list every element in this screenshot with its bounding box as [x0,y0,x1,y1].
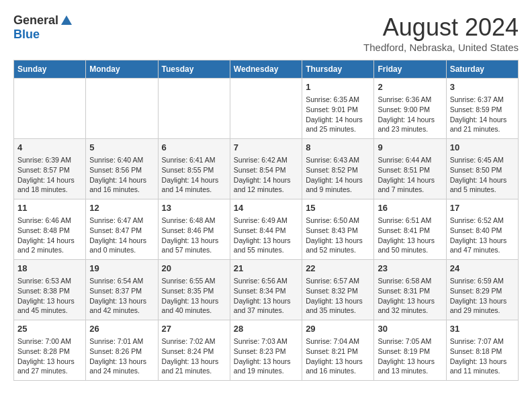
sunrise-text: Sunrise: 6:41 AM [162,156,216,164]
sunset-text: Sunset: 8:34 PM [234,287,286,295]
day-number: 21 [234,263,298,275]
calendar-cell: 2Sunrise: 6:36 AMSunset: 9:00 PMDaylight… [374,79,446,139]
calendar-table: SundayMondayTuesdayWednesdayThursdayFrid… [13,60,519,381]
logo: General Blue [13,13,73,42]
sunset-text: Sunset: 8:32 PM [306,287,358,295]
day-number: 7 [234,142,298,154]
sunset-text: Sunset: 8:38 PM [17,287,70,295]
calendar-cell: 13Sunrise: 6:48 AMSunset: 8:46 PMDayligh… [158,199,230,260]
page-header: General Blue August 2024 Thedford, Nebra… [13,13,519,53]
daylight-text: Daylight: 13 hours and 29 minutes. [450,297,507,315]
daylight-text: Daylight: 14 hours and 7 minutes. [378,176,435,194]
daylight-text: Daylight: 13 hours and 13 minutes. [378,357,435,375]
sunrise-text: Sunrise: 6:43 AM [306,156,359,164]
calendar-cell: 19Sunrise: 6:54 AMSunset: 8:37 PMDayligh… [86,260,158,320]
svg-marker-0 [61,15,72,25]
day-number: 12 [89,202,154,214]
daylight-text: Daylight: 13 hours and 11 minutes. [450,357,507,375]
daylight-text: Daylight: 13 hours and 19 minutes. [234,357,291,375]
calendar-cell: 1Sunrise: 6:35 AMSunset: 9:01 PMDaylight… [302,79,374,139]
sunset-text: Sunset: 8:44 PM [234,226,286,234]
daylight-text: Daylight: 13 hours and 24 minutes. [89,357,146,375]
calendar-cell: 22Sunrise: 6:57 AMSunset: 8:32 PMDayligh… [302,260,374,320]
daylight-text: Daylight: 14 hours and 25 minutes. [306,116,363,134]
daylight-text: Daylight: 13 hours and 47 minutes. [450,236,507,255]
sunset-text: Sunset: 8:54 PM [234,166,286,174]
sunset-text: Sunset: 8:52 PM [306,166,358,174]
day-number: 16 [378,202,442,214]
sunrise-text: Sunrise: 6:49 AM [234,216,287,224]
sunrise-text: Sunrise: 6:46 AM [17,216,71,224]
sunrise-text: Sunrise: 6:54 AM [89,277,143,285]
day-number: 13 [162,202,226,214]
calendar-cell: 4Sunrise: 6:39 AMSunset: 8:57 PMDaylight… [14,139,86,199]
calendar-week-row-5: 25Sunrise: 7:00 AMSunset: 8:28 PMDayligh… [14,320,519,381]
daylight-text: Daylight: 14 hours and 5 minutes. [450,176,507,194]
calendar-week-row-1: 1Sunrise: 6:35 AMSunset: 9:01 PMDaylight… [14,79,519,139]
column-header-monday: Monday [86,60,158,79]
sunrise-text: Sunrise: 6:52 AM [450,216,504,224]
calendar-cell: 30Sunrise: 7:05 AMSunset: 8:19 PMDayligh… [374,320,446,381]
sunset-text: Sunset: 8:31 PM [378,287,430,295]
daylight-text: Daylight: 13 hours and 21 minutes. [162,357,219,375]
sunrise-text: Sunrise: 7:07 AM [450,337,504,345]
sunrise-text: Sunrise: 6:58 AM [378,277,431,285]
sunrise-text: Sunrise: 6:51 AM [378,216,431,224]
daylight-text: Daylight: 13 hours and 52 minutes. [306,236,363,255]
calendar-header-row: SundayMondayTuesdayWednesdayThursdayFrid… [14,60,519,79]
day-number: 10 [450,142,515,154]
sunrise-text: Sunrise: 6:47 AM [89,216,143,224]
day-number: 26 [89,323,154,335]
sunrise-text: Sunrise: 7:03 AM [234,337,287,345]
sunset-text: Sunset: 8:40 PM [450,226,502,234]
calendar-cell: 24Sunrise: 6:59 AMSunset: 8:29 PMDayligh… [446,260,518,320]
day-number: 25 [17,323,82,335]
day-number: 1 [306,81,370,93]
logo-blue-text: Blue [13,28,40,42]
calendar-cell: 25Sunrise: 7:00 AMSunset: 8:28 PMDayligh… [14,320,86,381]
daylight-text: Daylight: 14 hours and 0 minutes. [89,236,146,255]
calendar-cell: 16Sunrise: 6:51 AMSunset: 8:41 PMDayligh… [374,199,446,260]
day-number: 24 [450,263,515,275]
sunset-text: Sunset: 8:46 PM [162,226,214,234]
calendar-cell [14,79,86,139]
day-number: 2 [378,81,442,93]
sunset-text: Sunset: 8:51 PM [378,166,430,174]
calendar-cell: 3Sunrise: 6:37 AMSunset: 8:59 PMDaylight… [446,79,518,139]
sunrise-text: Sunrise: 7:04 AM [306,337,359,345]
daylight-text: Daylight: 13 hours and 27 minutes. [17,357,75,375]
daylight-text: Daylight: 13 hours and 42 minutes. [89,297,146,315]
sunrise-text: Sunrise: 6:39 AM [17,156,71,164]
sunrise-text: Sunrise: 6:57 AM [306,277,359,285]
calendar-cell: 12Sunrise: 6:47 AMSunset: 8:47 PMDayligh… [86,199,158,260]
calendar-cell: 27Sunrise: 7:02 AMSunset: 8:24 PMDayligh… [158,320,230,381]
day-number: 8 [306,142,370,154]
calendar-cell: 14Sunrise: 6:49 AMSunset: 8:44 PMDayligh… [230,199,302,260]
sunset-text: Sunset: 8:59 PM [450,105,502,113]
calendar-cell: 18Sunrise: 6:53 AMSunset: 8:38 PMDayligh… [14,260,86,320]
sunrise-text: Sunrise: 6:35 AM [306,95,359,103]
day-number: 6 [162,142,226,154]
sunset-text: Sunset: 8:47 PM [89,226,142,234]
sunrise-text: Sunrise: 7:00 AM [17,337,71,345]
day-number: 5 [89,142,154,154]
sunrise-text: Sunrise: 6:44 AM [378,156,431,164]
sunset-text: Sunset: 8:56 PM [89,166,142,174]
calendar-week-row-2: 4Sunrise: 6:39 AMSunset: 8:57 PMDaylight… [14,139,519,199]
day-number: 20 [162,263,226,275]
month-year-title: August 2024 [363,13,519,42]
calendar-week-row-3: 11Sunrise: 6:46 AMSunset: 8:48 PMDayligh… [14,199,519,260]
logo-general-text: General [13,13,58,28]
sunrise-text: Sunrise: 6:53 AM [17,277,71,285]
day-number: 3 [450,81,515,93]
calendar-cell [230,79,302,139]
sunrise-text: Sunrise: 7:02 AM [162,337,216,345]
sunrise-text: Sunrise: 6:42 AM [234,156,287,164]
sunset-text: Sunset: 8:23 PM [234,347,286,355]
sunrise-text: Sunrise: 6:48 AM [162,216,216,224]
sunrise-text: Sunrise: 7:05 AM [378,337,431,345]
calendar-cell: 10Sunrise: 6:45 AMSunset: 8:50 PMDayligh… [446,139,518,199]
daylight-text: Daylight: 13 hours and 16 minutes. [306,357,363,375]
daylight-text: Daylight: 14 hours and 12 minutes. [234,176,291,194]
sunset-text: Sunset: 8:55 PM [162,166,214,174]
